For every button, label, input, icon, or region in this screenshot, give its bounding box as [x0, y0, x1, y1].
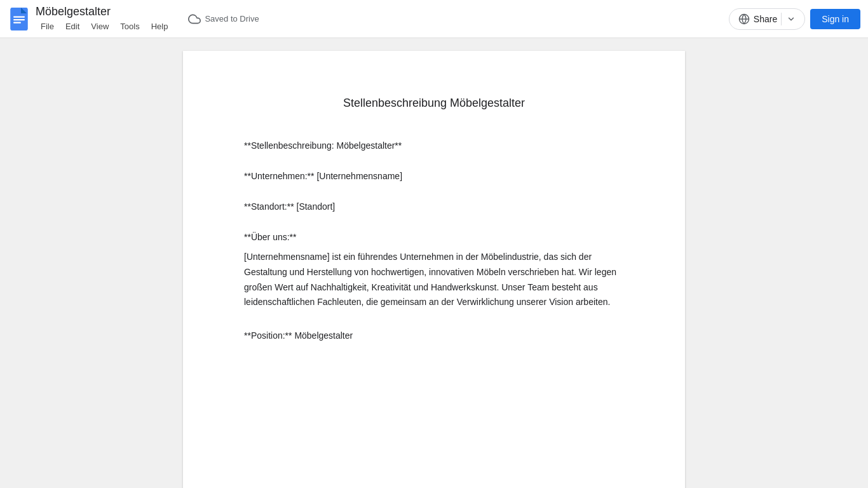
- menu-bar: File Edit View Tools Help: [36, 20, 173, 32]
- saved-to-drive-label: Saved to Drive: [205, 14, 259, 24]
- menu-help[interactable]: Help: [146, 20, 173, 32]
- document-page: Stellenbeschreibung Möbelgestalter **Ste…: [183, 51, 685, 488]
- document-title[interactable]: Möbelgestalter: [36, 5, 173, 19]
- header-right: Share Sign in: [729, 8, 860, 30]
- svg-rect-4: [13, 22, 21, 23]
- share-label: Share: [754, 14, 777, 24]
- globe-icon: [738, 13, 750, 25]
- document-area: Stellenbeschreibung Möbelgestalter **Ste…: [0, 38, 868, 488]
- section-heading: **Über uns:**: [244, 232, 624, 242]
- section-heading: **Unternehmen:** [Unternehmensname]: [244, 171, 624, 181]
- svg-rect-2: [13, 16, 25, 17]
- toolbar: Möbelgestalter File Edit View Tools Help…: [0, 0, 868, 38]
- section-position: **Position:** Möbelgestalter: [244, 330, 624, 341]
- svg-rect-3: [13, 19, 25, 20]
- menu-view[interactable]: View: [86, 20, 114, 32]
- share-button[interactable]: Share: [729, 8, 805, 30]
- section-unternehmen: **Unternehmen:** [Unternehmensname]: [244, 171, 624, 181]
- title-area: Möbelgestalter File Edit View Tools Help: [36, 5, 173, 32]
- signin-button[interactable]: Sign in: [810, 9, 860, 29]
- section-body: [Unternehmensname] ist ein führendes Unt…: [244, 250, 624, 310]
- share-dropdown-icon[interactable]: [781, 13, 796, 25]
- section-stellenbeschreibung: **Stellenbeschreibung: Möbelgestalter**: [244, 140, 624, 151]
- section-heading: **Standort:** [Standort]: [244, 201, 624, 212]
- page-title: Stellenbeschreibung Möbelgestalter: [244, 97, 624, 110]
- cloud-icon: [188, 13, 201, 25]
- section-standort: **Standort:** [Standort]: [244, 201, 624, 212]
- section-heading: **Position:** Möbelgestalter: [244, 330, 624, 341]
- section-heading: **Stellenbeschreibung: Möbelgestalter**: [244, 140, 624, 151]
- chevron-down-icon: [787, 15, 796, 24]
- section-ueber-uns: **Über uns:** [Unternehmensname] ist ein…: [244, 232, 624, 310]
- menu-edit[interactable]: Edit: [60, 20, 85, 32]
- menu-tools[interactable]: Tools: [115, 20, 144, 32]
- app-logo: [8, 8, 31, 30]
- saved-to-drive-status: Saved to Drive: [188, 13, 259, 25]
- menu-file[interactable]: File: [36, 20, 59, 32]
